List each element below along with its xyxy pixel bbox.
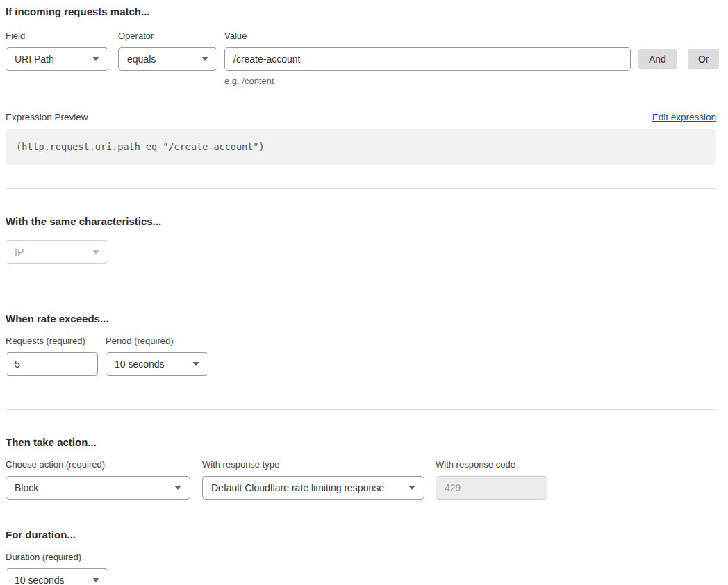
choose-action-dropdown-value: Block — [15, 482, 38, 493]
rate-limiting-rule-form: If incoming requests match... Field URI … — [0, 0, 728, 585]
field-group-choose-action: Choose action (required) Block — [6, 459, 190, 500]
operator-label: Operator — [118, 31, 217, 41]
section-heading-action: Then take action... — [6, 436, 716, 448]
response-type-dropdown[interactable]: Default Cloudflare rate limiting respons… — [202, 476, 424, 500]
response-code-label: With response code — [436, 459, 547, 470]
rate-row: Requests (required) Period (required) 10… — [6, 336, 716, 376]
period-label: Period (required) — [106, 336, 208, 346]
duration-row: Duration (required) 10 seconds — [6, 552, 716, 585]
and-button[interactable]: And — [638, 49, 677, 69]
choose-action-dropdown[interactable]: Block — [6, 476, 190, 500]
field-group-duration: Duration (required) 10 seconds — [6, 552, 108, 585]
or-button[interactable]: Or — [688, 49, 720, 69]
section-heading-rate: When rate exceeds... — [6, 313, 716, 324]
response-type-label: With response type — [202, 459, 424, 470]
field-group-response-code: With response code — [436, 459, 547, 500]
choose-action-label: Choose action (required) — [6, 459, 190, 470]
section-heading-match: If incoming requests match... — [6, 6, 716, 17]
field-group-value: Value e.g. /content — [224, 31, 631, 86]
period-dropdown[interactable]: 10 seconds — [106, 352, 208, 376]
edit-expression-link[interactable]: Edit expression — [652, 112, 716, 122]
chevron-down-icon — [92, 250, 99, 254]
section-divider — [6, 286, 716, 286]
value-label: Value — [224, 31, 631, 41]
section-divider — [6, 409, 716, 410]
match-expression-row: Field URI Path Operator equals Value e.g… — [6, 31, 716, 86]
field-group-field: Field URI Path — [6, 31, 108, 71]
duration-dropdown[interactable]: 10 seconds — [6, 568, 108, 585]
section-heading-duration: For duration... — [6, 529, 716, 541]
period-dropdown-value: 10 seconds — [115, 359, 165, 370]
field-label: Field — [6, 31, 108, 41]
chevron-down-icon — [408, 486, 415, 490]
section-for-duration: For duration... Duration (required) 10 s… — [6, 529, 716, 585]
response-type-dropdown-value: Default Cloudflare rate limiting respons… — [211, 482, 384, 493]
chevron-down-icon — [192, 362, 199, 366]
chevron-down-icon — [92, 578, 99, 582]
duration-label: Duration (required) — [6, 552, 108, 562]
value-input[interactable] — [224, 47, 631, 71]
requests-input[interactable] — [6, 352, 98, 376]
section-rate-exceeds: When rate exceeds... Requests (required)… — [6, 313, 716, 376]
field-group-response-type: With response type Default Cloudflare ra… — [202, 459, 424, 500]
expression-preview-code-block: (http.request.uri.path eq "/create-accou… — [6, 129, 716, 165]
expression-preview-label: Expression Preview — [6, 112, 88, 122]
field-dropdown[interactable]: URI Path — [6, 47, 108, 71]
section-heading-characteristics: With the same characteristics... — [6, 215, 716, 227]
section-same-characteristics: With the same characteristics... IP — [6, 215, 716, 264]
expression-code: (http.request.uri.path eq "/create-accou… — [16, 141, 265, 152]
requests-label: Requests (required) — [6, 336, 98, 346]
and-or-buttons: And Or — [631, 47, 719, 71]
chevron-down-icon — [92, 57, 99, 61]
operator-dropdown-value: equals — [127, 53, 156, 65]
response-code-input — [436, 476, 547, 500]
expression-preview-header: Expression Preview Edit expression — [6, 112, 716, 122]
value-hint: e.g. /content — [224, 76, 631, 86]
chevron-down-icon — [174, 486, 181, 490]
field-group-operator: Operator equals — [118, 31, 217, 71]
section-incoming-requests-match: If incoming requests match... Field URI … — [6, 6, 716, 165]
characteristic-dropdown-value: IP — [15, 247, 24, 258]
field-dropdown-value: URI Path — [15, 53, 54, 65]
chevron-down-icon — [201, 57, 208, 61]
duration-dropdown-value: 10 seconds — [15, 575, 65, 585]
characteristic-dropdown: IP — [6, 240, 108, 264]
operator-dropdown[interactable]: equals — [118, 47, 217, 71]
section-divider — [6, 188, 716, 189]
field-group-period: Period (required) 10 seconds — [106, 336, 208, 376]
action-row: Choose action (required) Block With resp… — [6, 459, 716, 500]
section-take-action: Then take action... Choose action (requi… — [6, 436, 716, 500]
field-group-requests: Requests (required) — [6, 336, 98, 376]
